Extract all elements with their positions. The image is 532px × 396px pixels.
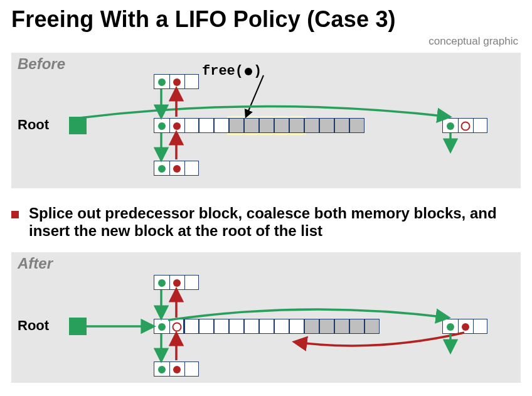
green-ptr-icon	[158, 78, 166, 86]
mem-cell-used	[334, 319, 349, 334]
list-node	[154, 118, 199, 133]
list-node	[154, 319, 184, 334]
list-node	[154, 275, 199, 290]
green-ptr-icon	[447, 122, 454, 130]
root-label-before: Root	[18, 117, 49, 133]
list-node	[442, 319, 487, 334]
watermark-label: conceptual graphic	[428, 35, 518, 48]
bullet-row: Splice out predecessor block, coalesce b…	[11, 205, 521, 239]
mem-cell-used	[289, 118, 304, 133]
root-square-icon	[69, 117, 87, 134]
red-ptr-icon	[173, 122, 181, 130]
mem-cell-free	[274, 319, 289, 334]
panel-before-label: Before	[18, 55, 65, 73]
mem-cell-free	[214, 118, 229, 133]
ring-red-ptr-icon	[173, 323, 182, 332]
mem-cell-free	[199, 118, 214, 133]
mem-cell-free	[184, 319, 199, 334]
mem-cell-used	[364, 319, 380, 334]
panel-after-label: After	[18, 255, 53, 272]
mem-cell-used	[304, 319, 319, 334]
list-node	[442, 118, 487, 133]
mem-cell-used	[319, 319, 334, 334]
free-text-prefix: free(	[202, 63, 243, 79]
mem-cell-used	[274, 118, 289, 133]
mem-cell-used	[319, 118, 334, 133]
mem-cell-used	[304, 118, 319, 133]
green-ptr-icon	[158, 366, 166, 373]
panel-after: After	[11, 252, 521, 383]
mem-cell-free	[199, 319, 214, 334]
list-node	[154, 361, 199, 377]
red-ptr-icon	[173, 165, 181, 173]
free-text-suffix: )	[253, 63, 262, 79]
slide-root: Freeing With a LIFO Policy (Case 3) conc…	[0, 0, 532, 396]
green-ptr-icon	[158, 122, 166, 130]
green-ptr-icon	[158, 323, 166, 331]
green-ptr-icon	[447, 323, 454, 331]
mem-cell-free	[244, 319, 259, 334]
mem-cell-free	[229, 319, 244, 334]
root-square-icon	[69, 318, 87, 335]
mem-cell-used	[244, 118, 259, 133]
red-ptr-icon	[173, 78, 181, 86]
mem-cell-used	[349, 319, 364, 334]
list-node	[154, 74, 199, 89]
red-ptr-icon	[173, 366, 181, 373]
mem-cell-used	[334, 118, 349, 133]
root-label-after: Root	[18, 318, 49, 334]
green-ptr-icon	[158, 165, 166, 173]
red-ptr-icon	[462, 323, 469, 331]
slide-title: Freeing With a LIFO Policy (Case 3)	[11, 6, 396, 33]
free-arg-dot-icon	[245, 68, 252, 75]
mem-cell-used	[259, 118, 274, 133]
mem-cell-free	[214, 319, 229, 334]
green-ptr-icon	[158, 279, 166, 287]
mem-cell-free	[289, 319, 304, 334]
mem-cell-used	[229, 118, 244, 133]
bullet-text: Splice out predecessor block, coalesce b…	[29, 205, 521, 239]
mem-cell-free	[259, 319, 274, 334]
red-ptr-icon	[173, 279, 181, 287]
free-call-label: free( )	[202, 63, 262, 79]
list-node	[154, 161, 199, 176]
mem-cell-used	[349, 118, 364, 133]
bullet-icon	[11, 211, 19, 218]
ring-red-ptr-icon	[461, 122, 471, 131]
